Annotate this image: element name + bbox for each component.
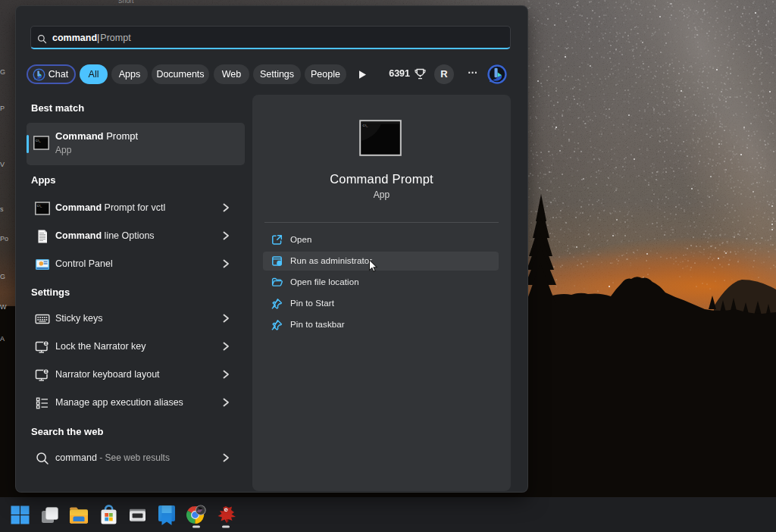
svg-text:C:\_: C:\_ [36,139,42,142]
svg-text:C:\_: C:\_ [363,124,369,127]
svg-text:C:\_: C:\_ [37,205,42,208]
